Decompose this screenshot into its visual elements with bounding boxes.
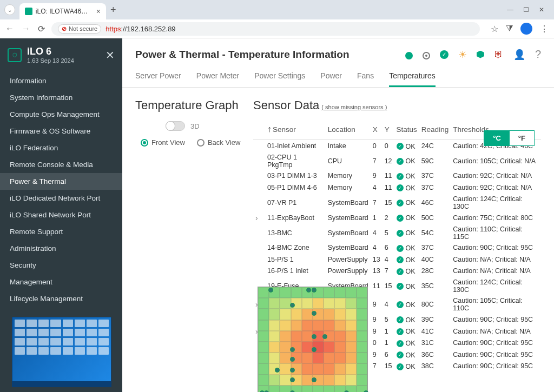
help-icon[interactable]: ? [535, 48, 541, 61]
cell-y: 5 [382, 314, 394, 325]
sensor-dot[interactable] [312, 288, 316, 293]
activity-icon[interactable]: ☀ [458, 49, 467, 61]
col-reading[interactable]: Reading [419, 121, 451, 140]
cell-thresholds: Caution: 124C; Critical: 130C [451, 194, 541, 212]
subnav-tab[interactable]: Temperatures [389, 67, 436, 87]
menu-icon[interactable]: ⋮ [540, 24, 549, 34]
unit-fahrenheit-button[interactable]: °F [510, 131, 534, 145]
browser-tab[interactable]: iLO: ILOTWA461457.localdoma × [19, 3, 106, 19]
forward-icon[interactable]: → [22, 24, 30, 34]
expand-icon[interactable]: › [255, 214, 263, 222]
col-sensor[interactable]: ↑Sensor [265, 121, 326, 140]
new-tab-button[interactable]: + [110, 4, 116, 16]
remote-console-thumbnail[interactable] [12, 317, 111, 387]
subnav-tab[interactable]: Server Power [135, 67, 181, 87]
cell-location: SystemBoard [326, 194, 371, 212]
cell-sensor: 13-BMC [265, 224, 326, 242]
sensor-dot[interactable] [290, 347, 295, 352]
table-row[interactable]: ›11-ExpBayBootSystemBoard12✓OK50CCaution… [253, 212, 541, 224]
sensor-dot[interactable] [268, 288, 273, 293]
table-row[interactable]: 02-CPU 1 PkgTmpCPU712✓OK59CCaution: 105C… [253, 152, 541, 170]
extensions-icon[interactable]: ⧩ [506, 24, 513, 34]
sensor-dot[interactable] [322, 334, 327, 339]
table-row[interactable]: 13-BMCSystemBoard45✓OK54CCaution: 110C; … [253, 224, 541, 242]
sidebar-item[interactable]: Firmware & OS Software [0, 123, 122, 139]
sidebar-item[interactable]: Lifecycle Management [0, 290, 122, 307]
sensor-dot[interactable] [290, 377, 295, 382]
cell-x: 9 [371, 170, 382, 182]
cell-x: 9 [371, 325, 382, 337]
not-secure-badge[interactable]: ⊘ Not secure [58, 24, 101, 34]
heatmap[interactable] [258, 287, 368, 392]
sensor-dot[interactable] [312, 311, 316, 316]
subnav-tab[interactable]: Fans [357, 67, 374, 87]
sensor-dot[interactable] [290, 368, 295, 373]
sensor-dot[interactable] [312, 377, 316, 382]
back-view-label: Back View [208, 138, 240, 147]
table-row[interactable]: 14-BMC ZoneSystemBoard46✓OK37CCaution: 9… [253, 242, 541, 254]
col-status[interactable]: Status [394, 121, 419, 140]
front-view-radio[interactable]: Front View [141, 138, 185, 147]
table-row[interactable]: 15-P/S 1PowerSupply134✓OK40CCaution: N/A… [253, 254, 541, 265]
sensor-dot[interactable] [312, 347, 316, 352]
subnav-tab[interactable]: Power Settings [254, 67, 305, 87]
health-ok-icon[interactable] [405, 52, 413, 59]
show-missing-link[interactable]: ( show missing sensors ) [321, 104, 387, 110]
sensor-dot[interactable] [306, 288, 311, 293]
unit-celsius-button[interactable]: °C [484, 131, 510, 145]
table-row[interactable]: 16-P/S 1 InletPowerSupply137✓OK28CCautio… [253, 265, 541, 277]
3d-toggle[interactable] [166, 121, 185, 131]
profile-icon[interactable] [520, 23, 532, 35]
table-row[interactable]: 03-P1 DIMM 1-3Memory911✓OK37CCaution: 92… [253, 170, 541, 182]
cell-x: 11 [371, 277, 382, 295]
minimize-icon[interactable]: — [507, 6, 513, 14]
col-x[interactable]: X [371, 121, 382, 140]
cell-sensor: 07-VR P1 [265, 194, 326, 212]
cell-y: 5 [382, 224, 394, 242]
sensor-dot[interactable] [312, 334, 316, 339]
ok-icon: ✓ [397, 328, 404, 335]
sensor-dot[interactable] [290, 357, 295, 362]
cell-status: ✓OK [394, 337, 419, 349]
tab-search-dropdown[interactable]: ⌄ [4, 4, 15, 15]
component-icon[interactable] [477, 51, 484, 58]
security-icon[interactable]: ⛨ [494, 49, 504, 60]
sidebar-item[interactable]: System Information [0, 89, 122, 106]
close-window-icon[interactable]: ✕ [539, 6, 544, 14]
table-row[interactable]: 05-P1 DIMM 4-6Memory411✓OK37CCaution: 92… [253, 182, 541, 194]
subnav-tab[interactable]: Power [320, 67, 342, 87]
sidebar-item[interactable]: iLO Shared Network Port [0, 207, 122, 223]
status-ok-icon[interactable]: ✓ [440, 50, 449, 59]
table-row[interactable]: 07-VR P1SystemBoard715✓OK46CCaution: 124… [253, 194, 541, 212]
cell-y: 15 [382, 194, 394, 212]
sidebar-item[interactable]: Power & Thermal [0, 173, 122, 190]
user-icon[interactable]: 👤 [513, 49, 525, 61]
url-input[interactable]: ⊘ Not secure https://192.168.252.89 [51, 22, 480, 36]
sidebar-close-icon[interactable]: ✕ [105, 49, 115, 62]
sensor-dot[interactable] [275, 368, 280, 373]
sensor-dot[interactable] [290, 303, 295, 308]
sidebar-item[interactable]: Remote Support [0, 223, 122, 240]
maximize-icon[interactable]: ☐ [523, 6, 529, 14]
sidebar-item[interactable]: Information [0, 72, 122, 89]
back-view-radio[interactable]: Back View [197, 138, 240, 147]
reload-icon[interactable]: ⟳ [38, 24, 45, 34]
uid-icon[interactable] [423, 52, 430, 59]
sidebar-item[interactable]: Administration [0, 240, 122, 257]
sidebar-item[interactable]: Remote Console & Media [0, 156, 122, 173]
cell-y: 2 [382, 212, 394, 224]
tab-close-icon[interactable]: × [96, 7, 101, 16]
bookmark-icon[interactable]: ☆ [491, 24, 498, 34]
cell-reading: 40C [419, 254, 451, 265]
subnav-tab[interactable]: Power Meter [196, 67, 239, 87]
back-icon[interactable]: ← [5, 24, 14, 34]
col-y[interactable]: Y [382, 121, 394, 140]
sidebar-item[interactable]: Security [0, 257, 122, 274]
col-location[interactable]: Location [326, 121, 371, 140]
tab-bar: ⌄ iLO: ILOTWA461457.localdoma × + — ☐ ✕ [0, 0, 554, 19]
sidebar-item[interactable]: iLO Dedicated Network Port [0, 190, 122, 207]
sidebar-item[interactable]: Compute Ops Management [0, 106, 122, 123]
sidebar-item[interactable]: Management [0, 274, 122, 290]
sidebar-item[interactable]: iLO Federation [0, 139, 122, 156]
cell-status: ✓OK [394, 295, 419, 314]
